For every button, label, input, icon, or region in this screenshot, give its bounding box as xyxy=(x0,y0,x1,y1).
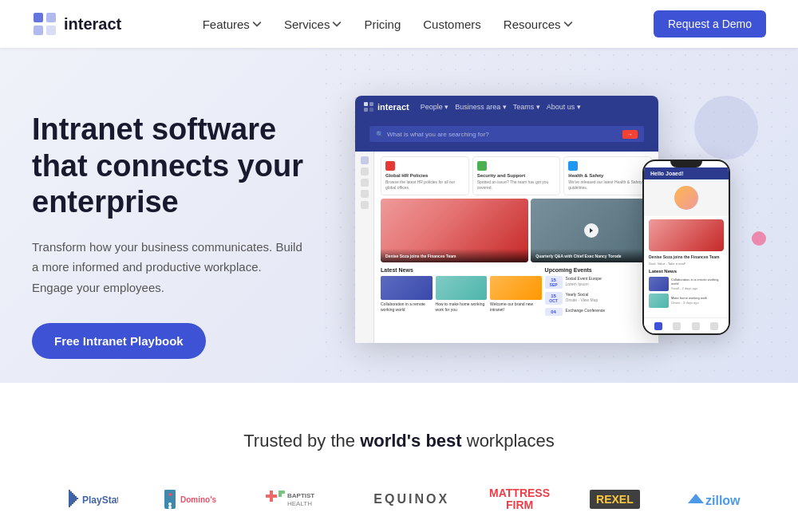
hero-right: interact People ▾ Business area ▾ Teams … xyxy=(319,96,766,343)
svg-text:Domino's: Domino's xyxy=(180,495,217,504)
desktop-mockup: interact People ▾ Business area ▾ Teams … xyxy=(355,96,658,343)
mock-card-health: Health & Safety We've released our lates… xyxy=(563,156,652,195)
mock-cards-row: Global HR Policies Browse the latest HR … xyxy=(374,152,658,199)
svg-point-12 xyxy=(168,493,172,496)
brand-logo-baptist-health: BAPTIST HEALTH xyxy=(262,483,334,515)
mock-content: Global HR Policies Browse the latest HR … xyxy=(374,152,658,343)
mock-event-item: 15OCT Yearly SocialOnsite - View Map xyxy=(545,292,652,305)
svg-text:HEALTH: HEALTH xyxy=(287,500,312,507)
chevron-down-icon xyxy=(332,19,342,29)
mock-play-button xyxy=(584,223,598,238)
brand-logos-row: ⏵ PlayStation Domino's BAPTIST xyxy=(32,483,766,532)
svg-rect-2 xyxy=(34,26,43,35)
mock-event-item: 04 Exchange Conference xyxy=(545,308,652,316)
phone-story-text: Denise Soza joins the Finances Team xyxy=(649,254,724,259)
mock-news-item: How to make home working work for you xyxy=(436,276,488,312)
phone-content: Denise Soza joins the Finances Team Goal… xyxy=(644,216,729,313)
logo-icon xyxy=(32,11,57,37)
navbar: interact Features Services Pricing Custo… xyxy=(0,0,798,48)
brand-logo-dominos: Domino's xyxy=(158,483,222,515)
mock-event-item: 15SEP Social Event EuropeLorem Ipsum xyxy=(545,276,652,289)
svg-text:BAPTIST: BAPTIST xyxy=(287,492,314,499)
svg-marker-22 xyxy=(688,494,704,503)
phone-news-item: Make home working workOnsite - 3 days ag… xyxy=(649,294,724,308)
phone-bottom-bar xyxy=(644,317,729,333)
svg-text:PlayStation: PlayStation xyxy=(82,495,118,506)
nav-resources[interactable]: Resources xyxy=(494,11,583,37)
brand-logo-rexel: REXEL xyxy=(590,490,640,509)
phone-nav-search xyxy=(673,322,681,330)
svg-point-13 xyxy=(168,502,172,506)
phone-news-title: Latest News xyxy=(649,269,724,274)
mock-logo: interact xyxy=(363,101,409,112)
nav-features[interactable]: Features xyxy=(193,11,271,37)
request-demo-button[interactable]: Request a Demo xyxy=(654,10,766,37)
mock-card-security: Security and Support Spotted an issue? T… xyxy=(472,156,561,195)
mock-search-bar: 🔍 What is what you are searching for? → xyxy=(369,126,644,142)
mock-upcoming-events: Upcoming Events 15SEP Social Event Europ… xyxy=(545,267,652,319)
mock-nav-items: People ▾ Business area ▾ Teams ▾ About u… xyxy=(421,103,581,111)
hero-title: Intranet software that connects your ent… xyxy=(32,112,303,221)
nav-customers[interactable]: Customers xyxy=(413,11,491,37)
svg-rect-1 xyxy=(46,13,56,22)
brand-logo-zillow: zillow xyxy=(680,486,744,514)
mock-navbar: interact People ▾ Business area ▾ Teams … xyxy=(355,96,658,118)
brand-logo-mattress-firm: MATTRESSFIRM xyxy=(489,487,550,512)
mock-bottom-section: Latest News Collaboration in a remote wo… xyxy=(374,262,658,324)
mock-hero-img-1: Denise Soza joins the Finances Team xyxy=(381,199,528,262)
phone-hero-image xyxy=(649,219,724,251)
svg-rect-7 xyxy=(369,108,373,112)
trusted-section: Trusted by the world's best workplaces ⏵… xyxy=(0,383,798,532)
mock-search-button: → xyxy=(622,130,638,139)
phone-header: Hello Joaed! xyxy=(644,167,729,179)
svg-rect-4 xyxy=(364,102,368,106)
svg-rect-6 xyxy=(364,108,368,112)
phone-notch xyxy=(670,161,702,167)
mock-latest-news: Latest News Collaboration in a remote wo… xyxy=(381,267,542,319)
mock-news-item: Welcome our brand new intranet! xyxy=(490,276,542,312)
mock-sidebar-layout: Global HR Policies Browse the latest HR … xyxy=(355,152,658,343)
svg-rect-0 xyxy=(34,13,43,22)
svg-point-14 xyxy=(168,506,172,509)
phone-nav-menu xyxy=(692,322,700,330)
brand-logo-equinox: EQUINOX xyxy=(373,492,449,506)
nav-links: Features Services Pricing Customers Reso… xyxy=(193,11,583,37)
phone-news-item: Collaboration in a remote working worldS… xyxy=(649,277,724,291)
mock-news-item: Collaboration in a remote working world xyxy=(381,276,433,312)
phone-greeting: Hello Joaed! xyxy=(650,171,722,176)
logo[interactable]: interact xyxy=(32,11,121,37)
trusted-title: Trusted by the world's best workplaces xyxy=(32,431,766,451)
svg-rect-3 xyxy=(46,26,56,35)
chevron-down-icon xyxy=(252,19,262,29)
phone-mockup: Hello Joaed! Denise Soza joins the Finan… xyxy=(642,160,730,335)
mock-hero-img-2: Quarterly Q&A with Chief Exec Nancy Toro… xyxy=(531,199,652,262)
phone-nav-home xyxy=(654,322,662,330)
free-playbook-button[interactable]: Free Intranet Playbook xyxy=(32,323,206,359)
nav-services[interactable]: Services xyxy=(275,11,352,37)
mock-hero-images: Denise Soza joins the Finances Team Quar… xyxy=(374,199,658,262)
mock-card-hr: Global HR Policies Browse the latest HR … xyxy=(381,156,469,195)
hero-left: Intranet software that connects your ent… xyxy=(32,96,303,359)
logo-text: interact xyxy=(64,15,121,33)
svg-text:zillow: zillow xyxy=(705,494,741,507)
mock-logo-text: interact xyxy=(377,102,409,112)
svg-rect-19 xyxy=(279,491,282,497)
chevron-down-icon xyxy=(563,19,573,29)
brand-logo-playstation: ⏵ PlayStation xyxy=(54,483,118,515)
phone-avatar xyxy=(674,186,698,210)
mock-news-items: Collaboration in a remote working world … xyxy=(381,276,542,312)
hero-description: Transform how your business communicates… xyxy=(32,237,303,298)
phone-nav-profile xyxy=(710,322,718,330)
mock-search-text: What is what you are searching for? xyxy=(387,131,489,138)
hero-section: Intranet software that connects your ent… xyxy=(0,48,798,383)
svg-rect-5 xyxy=(369,102,373,106)
nav-pricing[interactable]: Pricing xyxy=(354,11,410,37)
svg-rect-17 xyxy=(270,491,273,502)
mock-sidebar xyxy=(355,152,374,343)
